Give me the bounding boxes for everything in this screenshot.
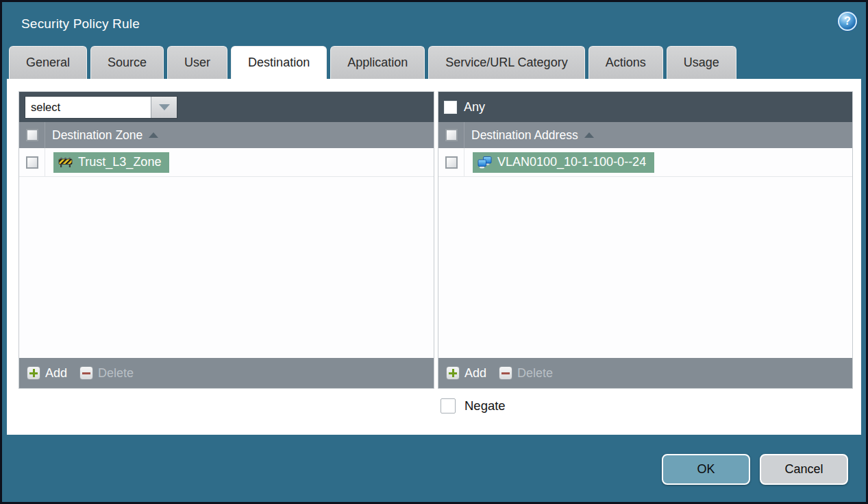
tab-source[interactable]: Source [90,46,164,79]
tab-user[interactable]: User [167,46,227,79]
minus-icon [499,366,512,380]
dialog-title: Security Policy Rule [21,16,140,32]
dropdown-button[interactable] [151,97,177,118]
any-label: Any [464,100,485,115]
address-panel-topbar: Any [438,92,852,122]
zone-filter-value: select [25,97,151,118]
address-label: VLAN0100_10-1-100-0--24 [497,155,646,169]
tab-general[interactable]: General [9,46,87,79]
address-panel-toolbar: Add Delete [438,358,852,388]
ok-button[interactable]: OK [662,454,750,485]
zone-chip[interactable]: Trust_L3_Zone [53,152,169,173]
zone-icon [58,156,73,168]
row-checkbox[interactable] [445,156,458,169]
add-label: Add [45,366,67,381]
table-row: Trust_L3_Zone [19,148,434,177]
select-all-zones-checkbox[interactable] [26,129,38,141]
zone-label: Trust_L3_Zone [78,155,161,169]
question-mark-glyph: ? [844,16,851,27]
cancel-button[interactable]: Cancel [760,454,848,485]
delete-button[interactable]: Delete [79,366,134,381]
zone-rows: Trust_L3_Zone [19,148,434,358]
destination-zone-panel: select Destination Zone [18,91,434,389]
zone-panel-topbar: select [19,92,434,122]
tab-usage[interactable]: Usage [667,46,736,79]
zone-column-header-row: Destination Zone [19,122,434,148]
chevron-down-icon [159,104,170,110]
dialog-content: select Destination Zone [7,79,861,435]
column-header-destination-zone[interactable]: Destination Zone [52,128,142,143]
column-header-destination-address[interactable]: Destination Address [471,128,578,143]
address-chip[interactable]: VLAN0100_10-1-100-0--24 [473,152,654,173]
zone-filter-select[interactable]: select [25,96,177,119]
add-button[interactable]: Add [27,366,67,381]
negate-row: Negate [441,398,506,413]
delete-button[interactable]: Delete [499,366,553,381]
delete-label: Delete [98,366,134,381]
sort-ascending-icon[interactable] [149,132,158,138]
network-computers-icon [478,156,492,169]
tab-actions[interactable]: Actions [588,46,663,79]
address-rows: VLAN0100_10-1-100-0--24 [438,148,852,358]
select-all-addresses-checkbox[interactable] [445,129,458,141]
destination-address-panel: Any Destination Address [438,91,853,389]
plus-icon [27,366,40,380]
dialog-footer: OK Cancel [2,437,866,502]
tab-destination[interactable]: Destination [231,46,327,79]
tab-bar: General Source User Destination Applicat… [2,46,866,79]
minus-icon [79,366,93,380]
sort-ascending-icon[interactable] [584,132,594,138]
plus-icon [446,366,460,380]
address-column-header-row: Destination Address [438,122,852,148]
negate-checkbox[interactable] [441,398,456,413]
any-checkbox[interactable] [444,101,457,114]
help-icon[interactable]: ? [838,12,857,31]
security-policy-rule-dialog: Security Policy Rule ? General Source Us… [0,0,868,504]
negate-label: Negate [464,398,506,413]
tab-application[interactable]: Application [330,46,425,79]
zone-panel-toolbar: Add Delete [19,358,434,388]
add-button[interactable]: Add [446,366,486,381]
tab-service-url-category[interactable]: Service/URL Category [428,46,584,79]
add-label: Add [464,366,486,381]
delete-label: Delete [517,366,553,381]
table-row: VLAN0100_10-1-100-0--24 [438,148,852,177]
titlebar: Security Policy Rule [2,2,866,46]
row-checkbox[interactable] [26,156,38,169]
